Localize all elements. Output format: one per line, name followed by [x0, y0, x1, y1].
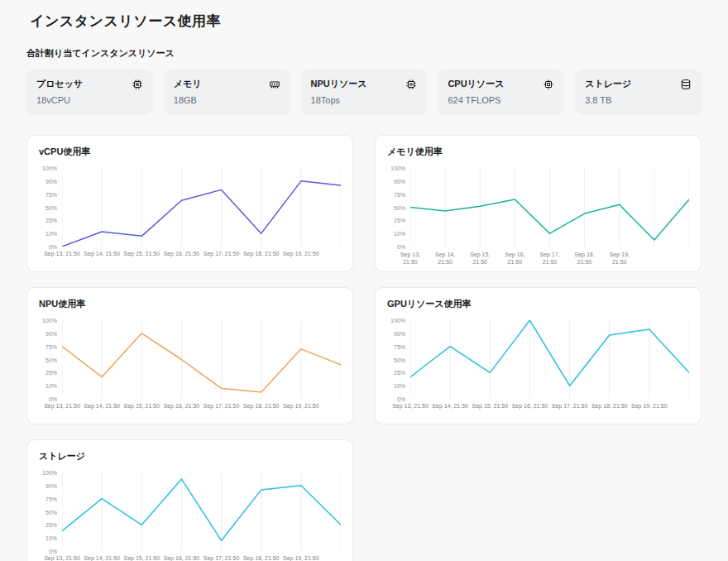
line-plot — [62, 320, 341, 399]
processor-icon — [132, 79, 143, 90]
resource-label: メモリ — [174, 78, 202, 90]
y-axis: 100%90%75%50%25%10%0% — [386, 168, 410, 247]
line-plot — [62, 168, 341, 247]
x-axis: Sep 13, 21:50Sep 14, 21:50Sep 15, 21:50S… — [62, 551, 341, 561]
x-axis: Sep 13, 21:50Sep 14, 21:50Sep 15, 21:50S… — [62, 399, 341, 417]
resource-value: 624 TFLOPS — [448, 95, 554, 105]
chart-title: GPUリソース使用率 — [387, 298, 689, 310]
resource-card-npu: NPUリソース 18Tops — [301, 70, 428, 115]
line-plot — [62, 472, 341, 551]
y-axis: 100%90%75%50%25%10%0% — [37, 320, 62, 399]
chart-title: メモリ使用率 — [387, 146, 689, 158]
resource-label: ストレージ — [585, 78, 631, 90]
resource-card-processor: プロセッサ 18vCPU — [26, 70, 153, 115]
line-plot — [410, 168, 689, 247]
resource-value: 3.8 TB — [585, 95, 692, 105]
y-axis: 100%90%75%50%25%10%0% — [37, 168, 62, 247]
y-axis: 100%90%75%50%25%10%0% — [37, 472, 62, 551]
resource-card-storage: ストレージ 3.8 TB — [575, 70, 702, 115]
page-title: インスタンスリソース使用率 — [30, 12, 702, 31]
dashboard-page: インスタンスリソース使用率 合計割り当てインスタンスリソース プロセッサ 18v… — [0, 0, 728, 561]
chart-card-gpu: GPUリソース使用率 100%90%75%50%25%10%0% Sep 13,… — [375, 287, 702, 424]
resource-summary-cards: プロセッサ 18vCPU メモリ — [26, 70, 702, 115]
resource-label: CPUリソース — [448, 78, 504, 90]
resource-label: NPUリソース — [311, 78, 367, 90]
resource-label: プロセッサ — [36, 78, 83, 90]
npu-icon — [405, 79, 417, 90]
x-axis: Sep 13, 21:50Sep 14, 21:50Sep 15, 21:50S… — [62, 247, 341, 265]
resource-value: 18vCPU — [36, 95, 143, 105]
charts-grid: vCPU使用率 100%90%75%50%25%10%0% Sep 13, 21… — [26, 135, 702, 561]
chart-title: vCPU使用率 — [39, 146, 341, 158]
x-axis: Sep 13, 21:50Sep 14, 21:50Sep 15, 21:50S… — [410, 399, 689, 417]
summary-section-title: 合計割り当てインスタンスリソース — [26, 47, 702, 60]
memory-icon — [269, 79, 280, 90]
resource-value: 18Tops — [311, 95, 418, 105]
chart-card-memory: メモリ使用率 100%90%75%50%25%10%0% Sep 13, 21:… — [375, 135, 702, 272]
resource-card-cpu: CPUリソース 624 TFLOPS — [438, 70, 564, 115]
storage-icon — [680, 79, 692, 90]
chart-title: NPU使用率 — [39, 298, 341, 310]
line-plot — [410, 320, 689, 399]
y-axis: 100%90%75%50%25%10%0% — [386, 320, 410, 399]
chart-card-npu: NPU使用率 100%90%75%50%25%10%0% Sep 13, 21:… — [26, 287, 353, 424]
chart-title: ストレージ — [39, 450, 341, 463]
resource-card-memory: メモリ 18GB — [164, 70, 290, 115]
chart-card-vcpu: vCPU使用率 100%90%75%50%25%10%0% Sep 13, 21… — [26, 135, 353, 272]
resource-value: 18GB — [174, 95, 280, 105]
chart-card-storage: ストレージ 100%90%75%50%25%10%0% Sep 13, 21:5… — [26, 439, 353, 561]
cpu-icon — [543, 79, 554, 90]
x-axis: Sep 13, 21:50Sep 14, 21:50Sep 15, 21:50S… — [410, 247, 689, 265]
